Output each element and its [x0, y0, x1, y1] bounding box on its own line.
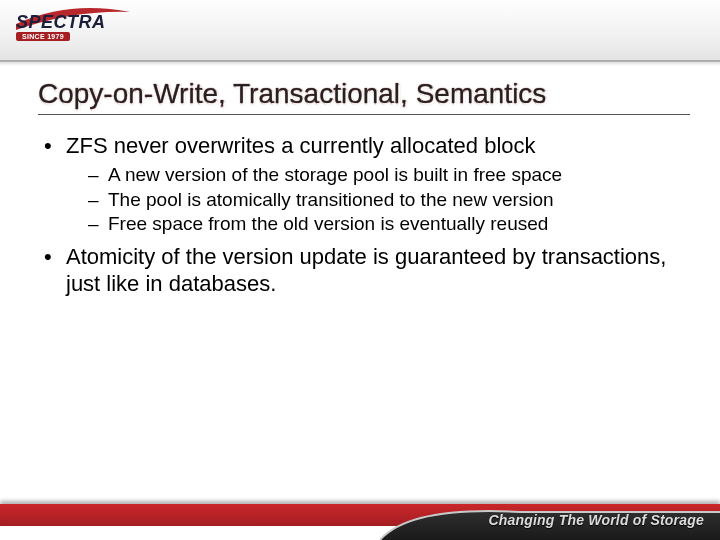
bullet-list: ZFS never overwrites a currently allocat…	[38, 133, 690, 297]
bullet-text: Atomicity of the version update is guara…	[66, 244, 666, 295]
list-item: A new version of the storage pool is bui…	[66, 163, 690, 187]
list-item: ZFS never overwrites a currently allocat…	[38, 133, 690, 236]
list-item: Free space from the old version is event…	[66, 212, 690, 236]
slide-header: SPECTRA SINCE 1979	[0, 0, 720, 62]
footer-tagline: Changing The World of Storage	[488, 512, 704, 528]
list-item: Atomicity of the version update is guara…	[38, 244, 690, 297]
logo-text: SPECTRA	[16, 12, 106, 33]
bullet-text: ZFS never overwrites a currently allocat…	[66, 133, 536, 158]
sub-list: A new version of the storage pool is bui…	[66, 163, 690, 236]
slide-title: Copy-on-Write, Transactional, Semantics	[38, 78, 690, 115]
since-badge: SINCE 1979	[16, 32, 70, 41]
slide-footer: Changing The World of Storage	[0, 496, 720, 540]
list-item: The pool is atomically transitioned to t…	[66, 188, 690, 212]
spectra-logo: SPECTRA SINCE 1979	[14, 6, 134, 50]
slide-content: Copy-on-Write, Transactional, Semantics …	[0, 62, 720, 323]
